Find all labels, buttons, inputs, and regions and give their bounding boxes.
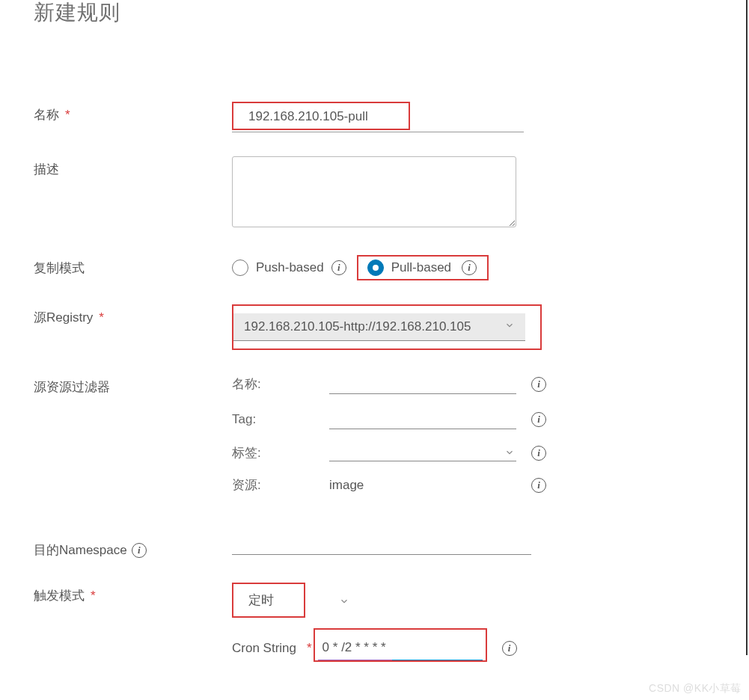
control-dest-ns — [232, 537, 749, 555]
filter-labels-label: 标签: — [232, 444, 329, 461]
trigger-select[interactable]: 定时 — [236, 589, 301, 612]
row-desc: 描述 — [34, 156, 749, 231]
row-mode: 复制模式 Push-based i Pull-based i — [34, 255, 749, 280]
pull-highlight: Pull-based i — [357, 255, 489, 280]
name-input[interactable] — [235, 105, 407, 129]
filter-row-labels: 标签: i — [232, 444, 749, 461]
filter-tag-input[interactable] — [329, 409, 516, 429]
label-filters: 源资源过滤器 — [34, 374, 232, 396]
row-name: 名称 * — [34, 102, 749, 132]
scroll-edge — [746, 0, 748, 655]
filter-resource-value-wrap: image — [329, 478, 516, 493]
cron-highlight-wrap — [318, 636, 483, 661]
label-name-text: 名称 — [34, 106, 59, 123]
info-icon[interactable]: i — [132, 543, 147, 558]
name-underline — [232, 132, 524, 132]
label-src-registry-text: 源Registry — [34, 309, 93, 326]
mode-radio-group: Push-based i Pull-based i — [232, 255, 749, 280]
cron-label: Cron String — [232, 641, 296, 656]
trigger-value: 定时 — [239, 592, 283, 609]
row-dest-ns: 目的Namespace i — [34, 537, 749, 559]
info-icon[interactable]: i — [531, 446, 546, 461]
filter-resource-label: 资源: — [232, 476, 329, 494]
dest-ns-input[interactable] — [232, 537, 531, 555]
label-dest-ns: 目的Namespace i — [34, 537, 232, 559]
label-desc: 描述 — [34, 156, 232, 178]
row-src-registry: 源Registry * 192.168.210.105-http://192.1… — [34, 304, 749, 350]
info-icon[interactable]: i — [531, 478, 546, 493]
cron-input[interactable] — [318, 636, 483, 661]
src-registry-value: 192.168.210.105-http://192.168.210.105 — [244, 319, 471, 334]
radio-push-ring — [232, 260, 248, 276]
control-src-registry: 192.168.210.105-http://192.168.210.105 — [232, 304, 749, 350]
control-trigger: 定时 Cron String * i — [232, 583, 749, 661]
filter-row-resource: 资源: image i — [232, 476, 749, 494]
info-icon[interactable]: i — [502, 641, 517, 656]
name-highlight — [232, 102, 410, 130]
control-filters: 名称: i Tag: i 标签: i 资源: image i — [232, 374, 749, 494]
registry-highlight: 192.168.210.105-http://192.168.210.105 — [232, 304, 542, 350]
filter-name-label: 名称: — [232, 375, 329, 393]
row-cron: Cron String * i — [232, 636, 749, 661]
label-name: 名称 * — [34, 102, 232, 123]
required-mark: * — [65, 108, 70, 123]
desc-textarea[interactable] — [232, 156, 516, 227]
chevron-down-icon — [339, 596, 349, 607]
label-src-registry: 源Registry * — [34, 304, 232, 326]
trigger-highlight: 定时 — [232, 583, 305, 618]
radio-push-label: Push-based — [256, 260, 324, 275]
row-filters: 源资源过滤器 名称: i Tag: i 标签: i 资源: image i — [34, 374, 749, 494]
radio-pull-label: Pull-based — [391, 260, 451, 275]
info-icon[interactable]: i — [531, 412, 546, 427]
chevron-down-icon — [504, 319, 515, 334]
control-desc — [232, 156, 749, 231]
filter-name-input[interactable] — [329, 374, 516, 394]
label-trigger-text: 触发模式 — [34, 587, 85, 604]
required-mark: * — [307, 641, 312, 656]
filter-resource-value: image — [329, 478, 364, 492]
chevron-down-icon — [504, 447, 515, 458]
filter-row-name: 名称: i — [232, 374, 749, 394]
label-mode: 复制模式 — [34, 255, 232, 277]
info-icon[interactable]: i — [531, 377, 546, 392]
watermark: CSDN @KK小草莓 — [649, 682, 742, 696]
label-trigger: 触发模式 * — [34, 583, 232, 604]
info-icon[interactable]: i — [331, 260, 346, 275]
info-icon[interactable]: i — [462, 260, 477, 275]
row-trigger: 触发模式 * 定时 Cron String * i — [34, 583, 749, 661]
required-mark: * — [91, 589, 96, 604]
dialog-title: 新建规则 — [34, 0, 749, 27]
filter-labels-select[interactable] — [329, 444, 516, 461]
radio-pull[interactable]: Pull-based — [367, 260, 451, 276]
required-mark: * — [99, 310, 104, 325]
radio-push[interactable]: Push-based i — [232, 260, 346, 276]
filter-tag-label: Tag: — [232, 412, 329, 427]
control-name — [232, 102, 749, 132]
control-mode: Push-based i Pull-based i — [232, 255, 749, 280]
filter-row-tag: Tag: i — [232, 409, 749, 429]
radio-pull-ring — [367, 260, 384, 276]
src-registry-select[interactable]: 192.168.210.105-http://192.168.210.105 — [233, 313, 525, 341]
label-dest-ns-text: 目的Namespace — [34, 541, 127, 559]
